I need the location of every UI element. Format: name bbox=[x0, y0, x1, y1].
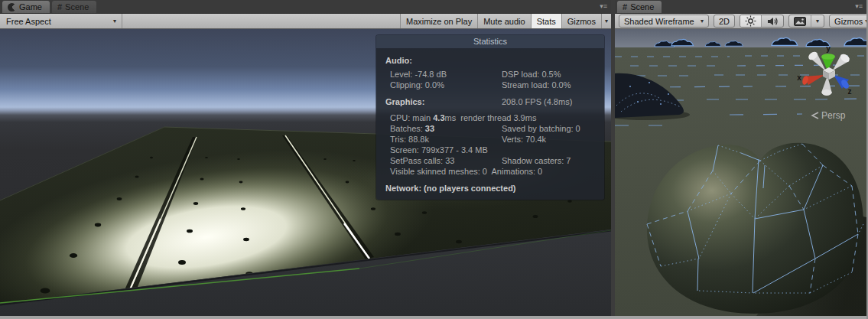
pane-menu-icon[interactable]: ▾≡ bbox=[855, 3, 863, 10]
graphics-heading: Graphics: bbox=[385, 96, 502, 107]
batches-row: Batches: 33 Saved by batching: 0 bbox=[385, 123, 595, 134]
image-icon bbox=[794, 17, 806, 26]
axis-x-label: x bbox=[797, 73, 801, 82]
cpu-row: CPU: main 4.3ms render thread 3.9ms bbox=[385, 112, 595, 123]
scene-panel-tabstrip: # Scene ▾≡ bbox=[615, 0, 866, 14]
gizmos-button[interactable]: Gizmos bbox=[561, 14, 601, 28]
game-toolbar: Free Aspect ▾ Maximize on Play Mute audi… bbox=[0, 14, 611, 29]
chevron-down-icon: ▾ bbox=[816, 18, 819, 24]
mute-audio-button[interactable]: Mute audio bbox=[477, 14, 530, 28]
scene-gizmos-group: Gizmos ▾ bbox=[829, 15, 866, 28]
stats-row: Clipping: 0.0% Stream load: 0.0% bbox=[385, 80, 595, 90]
persp-label: Persp bbox=[821, 110, 846, 121]
apple-mesh[interactable] bbox=[647, 143, 863, 314]
tab-scene-label: Scene bbox=[65, 2, 89, 11]
graphics-heading-row: Graphics: 208.0 FPS (4.8ms) bbox=[385, 96, 595, 107]
draw-mode-value: Shaded Wireframe bbox=[624, 17, 694, 26]
stats-button[interactable]: Stats bbox=[531, 14, 561, 28]
chevron-down-icon: ▾ bbox=[701, 18, 704, 24]
chevron-down-icon: ▾ bbox=[605, 18, 608, 24]
scene-toolbar: Shaded Wireframe ▾ 2D bbox=[615, 14, 866, 29]
unity-editor-window: Game # Scene ▾≡ Free Aspect ▾ Maximize o… bbox=[0, 0, 868, 319]
speaker-icon bbox=[766, 16, 779, 27]
audio-heading: Audio: bbox=[385, 56, 595, 65]
game-toolbar-buttons: Maximize on Play Mute audio Stats Gizmos… bbox=[400, 14, 611, 28]
2d-group: 2D bbox=[714, 15, 735, 28]
2d-toggle-button[interactable]: 2D bbox=[714, 15, 734, 27]
scene-grid-icon: # bbox=[57, 3, 62, 11]
sun-icon bbox=[745, 15, 756, 27]
scene-content: y x z Persp bbox=[615, 29, 866, 316]
stats-row: Visible skinned meshes: 0 Animations: 0 bbox=[385, 166, 595, 177]
scene-grid-icon: # bbox=[623, 3, 627, 11]
gizmos-dropdown-arrow[interactable]: ▾ bbox=[601, 14, 611, 28]
tab-scene-left[interactable]: # Scene bbox=[52, 1, 96, 13]
scene-gizmos-dropdown[interactable]: Gizmos ▾ bbox=[830, 15, 866, 27]
tab-scene[interactable]: # Scene bbox=[617, 1, 662, 13]
effects-group: ▾ bbox=[788, 15, 824, 28]
fps-value: 208.0 FPS (4.8ms) bbox=[502, 96, 572, 107]
statistics-title: Statistics bbox=[376, 35, 604, 48]
stats-row: SetPass calls: 33 Shadow casters: 7 bbox=[385, 155, 595, 166]
axis-y-label: y bbox=[826, 44, 831, 53]
aspect-dropdown[interactable]: Free Aspect ▾ bbox=[0, 14, 122, 28]
lighting-audio-group bbox=[740, 15, 784, 28]
scene-panel: # Scene ▾≡ Shaded Wireframe ▾ 2D bbox=[615, 0, 866, 316]
tab-game[interactable]: Game bbox=[2, 1, 50, 13]
stats-row: Tris: 88.8k Verts: 70.4k bbox=[385, 134, 595, 145]
window-bottom-edge bbox=[0, 316, 868, 319]
draw-mode-group: Shaded Wireframe ▾ bbox=[619, 15, 709, 28]
aspect-dropdown-value: Free Aspect bbox=[6, 17, 51, 26]
scene-audio-button[interactable] bbox=[761, 15, 783, 27]
stats-row: Screen: 799x377 - 3.4 MB bbox=[385, 145, 595, 155]
stats-row: Level: -74.8 dB DSP load: 0.5% bbox=[385, 69, 595, 80]
tab-game-label: Game bbox=[19, 2, 42, 11]
game-view-icon bbox=[8, 3, 16, 11]
chevron-down-icon: ▾ bbox=[113, 18, 116, 24]
effects-dropdown-arrow[interactable]: ▾ bbox=[811, 15, 824, 27]
tab-scene-label: Scene bbox=[630, 2, 654, 11]
network-heading: Network: (no players connected) bbox=[385, 184, 595, 193]
statistics-overlay: Statistics Audio: Level: -74.8 dB DSP lo… bbox=[376, 35, 604, 200]
scene-effects-button[interactable] bbox=[789, 15, 811, 27]
game-content: Statistics Audio: Level: -74.8 dB DSP lo… bbox=[0, 29, 611, 316]
axis-z-label: z bbox=[848, 87, 852, 96]
maximize-on-play-button[interactable]: Maximize on Play bbox=[400, 14, 477, 28]
scene-viewport[interactable]: y x z Persp bbox=[615, 29, 866, 316]
statistics-body: Audio: Level: -74.8 dB DSP load: 0.5% Cl… bbox=[376, 48, 604, 200]
scene-lighting-button[interactable] bbox=[740, 15, 761, 27]
pane-menu-icon[interactable]: ▾≡ bbox=[600, 3, 607, 10]
game-panel: Game # Scene ▾≡ Free Aspect ▾ Maximize o… bbox=[0, 0, 611, 316]
draw-mode-dropdown[interactable]: Shaded Wireframe ▾ bbox=[619, 15, 708, 27]
game-panel-tabstrip: Game # Scene ▾≡ bbox=[0, 0, 611, 14]
